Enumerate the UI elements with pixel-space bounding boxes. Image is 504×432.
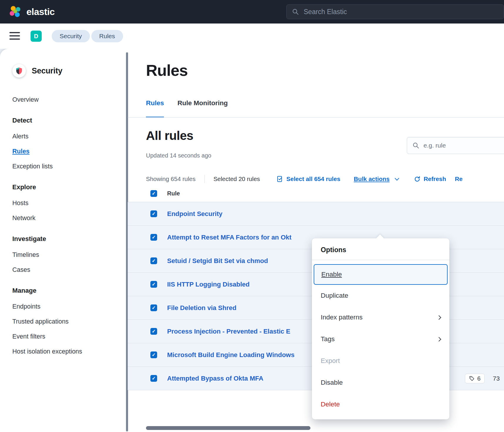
app-window: elastic D Security Rules: [0, 0, 504, 432]
selected-count: Selected 20 rules: [214, 175, 260, 182]
select-all-rules-button[interactable]: Select all 654 rules: [276, 175, 340, 182]
row-checkbox[interactable]: ✓: [150, 257, 157, 264]
sidebar-heading-explore: Explore: [12, 183, 128, 191]
rule-search[interactable]: [407, 137, 504, 154]
rule-link[interactable]: Endpoint Security: [167, 210, 222, 218]
sidebar-heading-manage: Manage: [12, 287, 128, 295]
menu-item-label: Delete: [321, 401, 340, 408]
rule-link[interactable]: File Deletion via Shred: [167, 304, 236, 312]
chevron-down-icon: [395, 176, 399, 180]
bulk-actions-button[interactable]: Bulk actions: [354, 175, 399, 182]
row-checkbox[interactable]: ✓: [150, 234, 157, 241]
row-checkbox[interactable]: ✓: [150, 328, 157, 335]
search-icon: [412, 142, 419, 149]
global-header: elastic: [0, 0, 504, 24]
rules-toolbar: Showing 654 rules Selected 20 rules Sele…: [146, 174, 504, 184]
global-search[interactable]: [286, 4, 504, 19]
sidebar-item-event-filters[interactable]: Event filters: [12, 333, 128, 340]
table-header-row: ✓ Rule: [128, 185, 504, 202]
toolbar-divider: [204, 175, 205, 183]
sidebar-title: Security: [32, 66, 62, 76]
brand[interactable]: elastic: [9, 0, 55, 24]
refresh-label: Refresh: [424, 175, 446, 182]
breadcrumb-rules[interactable]: Rules: [91, 30, 123, 42]
risk-score: 73: [493, 375, 500, 382]
row-checkbox[interactable]: ✓: [150, 304, 157, 311]
bulk-actions-popover: Options Enable Duplicate Index patterns …: [312, 238, 449, 419]
sidebar-item-alerts[interactable]: Alerts: [12, 133, 128, 140]
sidebar-item-network[interactable]: Network: [12, 214, 128, 222]
row-checkbox[interactable]: ✓: [150, 210, 157, 217]
menu-button[interactable]: [9, 32, 20, 40]
page-panel: Security Overview Detect Alerts Rules Ex…: [0, 49, 504, 432]
row-checkbox[interactable]: ✓: [150, 375, 157, 382]
space-avatar[interactable]: D: [31, 31, 42, 42]
chevron-right-icon: [437, 315, 441, 320]
updated-timestamp: Updated 14 seconds ago: [146, 152, 211, 159]
select-all-checkbox[interactable]: ✓: [150, 190, 157, 197]
rule-link[interactable]: Attempt to Reset MFA Factors for an Okt: [167, 234, 291, 241]
refresh-button[interactable]: Refresh: [414, 175, 446, 182]
breadcrumb-security[interactable]: Security: [52, 30, 90, 42]
rule-link[interactable]: Microsoft Build Engine Loading Windows: [167, 351, 295, 359]
rule-link[interactable]: IIS HTTP Logging Disabled: [167, 281, 250, 288]
menu-item-label: Enable: [321, 271, 342, 278]
table-horizontal-scrollbar[interactable]: [146, 426, 310, 430]
security-app-icon: [12, 64, 26, 78]
row-checkbox[interactable]: ✓: [150, 281, 157, 288]
sidebar-item-overview[interactable]: Overview: [12, 96, 128, 103]
sidebar-item-exception-lists[interactable]: Exception lists: [12, 163, 128, 170]
rule-column-header: Rule: [167, 190, 180, 197]
breadcrumb-bar: D Security Rules: [0, 24, 504, 49]
page-tabs: Rules Rule Monitoring: [146, 99, 228, 118]
rule-link[interactable]: Setuid / Setgid Bit Set via chmod: [167, 257, 268, 265]
tags-badge: 6: [465, 374, 485, 383]
table-row: ✓ Endpoint Security: [128, 202, 504, 226]
row-checkbox[interactable]: ✓: [150, 351, 157, 358]
chevron-right-icon: [437, 337, 441, 341]
sidebar-item-rules[interactable]: Rules: [12, 148, 128, 155]
rule-search-input[interactable]: [424, 142, 504, 149]
rule-link[interactable]: Attempted Bypass of Okta MFA: [167, 375, 263, 382]
menu-item-label: Disable: [321, 379, 343, 386]
sidebar-item-host-isolation-exceptions[interactable]: Host isolation exceptions: [12, 348, 128, 355]
rule-link[interactable]: Process Injection - Prevented - Elastic …: [167, 328, 290, 335]
sidebar-item-endpoints[interactable]: Endpoints: [12, 303, 128, 310]
select-all-label: Select all 654 rules: [286, 175, 340, 182]
tabs-divider: [128, 117, 504, 118]
refresh-icon: [414, 176, 421, 182]
tab-rule-monitoring[interactable]: Rule Monitoring: [177, 99, 228, 118]
sidebar-header: Security: [12, 64, 128, 78]
tab-rules[interactable]: Rules: [146, 99, 164, 118]
menu-item-label: Export: [321, 357, 340, 365]
menu-item-disable[interactable]: Disable: [312, 372, 449, 394]
menu-item-index-patterns[interactable]: Index patterns: [312, 307, 449, 328]
menu-item-label: Index patterns: [321, 314, 363, 321]
search-icon: [292, 8, 299, 15]
bulk-actions-label: Bulk actions: [354, 175, 390, 182]
all-rules-title: All rules: [146, 129, 193, 143]
menu-item-delete[interactable]: Delete: [312, 394, 449, 415]
sidebar-item-cases[interactable]: Cases: [12, 266, 128, 274]
security-sidebar: Security Overview Detect Alerts Rules Ex…: [0, 49, 128, 432]
sidebar-item-timelines[interactable]: Timelines: [12, 251, 128, 259]
select-all-icon: [276, 175, 283, 182]
refresh-settings-button-cropped[interactable]: Re: [455, 175, 463, 182]
menu-item-export: Export: [312, 350, 449, 372]
sidebar-heading-investigate: Investigate: [12, 235, 128, 243]
breadcrumb: Security Rules: [52, 30, 123, 42]
sidebar-item-trusted-applications[interactable]: Trusted applications: [12, 318, 128, 325]
tag-icon: [469, 376, 475, 381]
menu-item-duplicate[interactable]: Duplicate: [312, 285, 449, 307]
menu-item-tags[interactable]: Tags: [312, 328, 449, 350]
tags-count: 6: [477, 375, 481, 382]
sidebar-item-hosts[interactable]: Hosts: [12, 199, 128, 207]
page-title: Rules: [146, 61, 188, 79]
elastic-logo-icon: [9, 5, 22, 18]
global-search-input[interactable]: [304, 8, 504, 16]
brand-wordmark: elastic: [26, 6, 55, 17]
showing-count: Showing 654 rules: [146, 175, 196, 182]
bulk-actions-menu: Enable Duplicate Index patterns Tags Exp…: [312, 260, 449, 419]
popover-title: Options: [312, 238, 449, 260]
menu-item-enable[interactable]: Enable: [314, 264, 448, 285]
